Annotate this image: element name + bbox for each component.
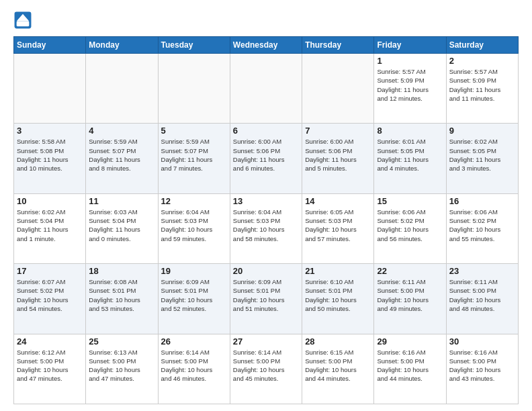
day-number: 9 bbox=[449, 126, 515, 136]
calendar-cell bbox=[230, 54, 302, 124]
day-info: Sunrise: 6:16 AM Sunset: 5:00 PM Dayligh… bbox=[449, 348, 515, 383]
calendar-cell: 29Sunrise: 6:16 AM Sunset: 5:00 PM Dayli… bbox=[374, 334, 446, 404]
calendar-cell bbox=[14, 54, 86, 124]
calendar-cell: 3Sunrise: 5:58 AM Sunset: 5:08 PM Daylig… bbox=[14, 124, 86, 193]
calendar-cell: 16Sunrise: 6:06 AM Sunset: 5:02 PM Dayli… bbox=[446, 193, 518, 263]
day-info: Sunrise: 6:07 AM Sunset: 5:02 PM Dayligh… bbox=[17, 277, 83, 313]
day-number: 28 bbox=[305, 336, 371, 347]
calendar-cell: 20Sunrise: 6:09 AM Sunset: 5:01 PM Dayli… bbox=[230, 264, 302, 334]
calendar-week-row: 24Sunrise: 6:12 AM Sunset: 5:00 PM Dayli… bbox=[14, 334, 519, 404]
day-info: Sunrise: 6:06 AM Sunset: 5:02 PM Dayligh… bbox=[449, 208, 515, 243]
day-info: Sunrise: 5:57 AM Sunset: 5:09 PM Dayligh… bbox=[377, 67, 443, 103]
calendar-cell: 19Sunrise: 6:09 AM Sunset: 5:01 PM Dayli… bbox=[158, 264, 230, 334]
svg-rect-2 bbox=[17, 21, 30, 27]
day-number: 10 bbox=[17, 196, 83, 206]
page: SundayMondayTuesdayWednesdayThursdayFrid… bbox=[0, 0, 532, 411]
calendar-cell: 27Sunrise: 6:14 AM Sunset: 5:00 PM Dayli… bbox=[230, 334, 302, 404]
day-number: 12 bbox=[161, 196, 227, 206]
day-number: 27 bbox=[233, 336, 299, 347]
calendar-week-row: 10Sunrise: 6:02 AM Sunset: 5:04 PM Dayli… bbox=[14, 193, 519, 263]
calendar-cell bbox=[86, 54, 158, 124]
calendar-cell: 25Sunrise: 6:13 AM Sunset: 5:00 PM Dayli… bbox=[86, 334, 158, 404]
day-number: 15 bbox=[377, 196, 443, 206]
calendar-week-row: 3Sunrise: 5:58 AM Sunset: 5:08 PM Daylig… bbox=[14, 124, 519, 193]
day-info: Sunrise: 5:59 AM Sunset: 5:07 PM Dayligh… bbox=[161, 137, 227, 173]
calendar-header-row: SundayMondayTuesdayWednesdayThursdayFrid… bbox=[14, 37, 519, 54]
calendar-cell: 5Sunrise: 5:59 AM Sunset: 5:07 PM Daylig… bbox=[158, 124, 230, 193]
day-info: Sunrise: 6:01 AM Sunset: 5:05 PM Dayligh… bbox=[377, 137, 443, 173]
day-info: Sunrise: 6:08 AM Sunset: 5:01 PM Dayligh… bbox=[89, 277, 154, 313]
day-info: Sunrise: 6:16 AM Sunset: 5:00 PM Dayligh… bbox=[377, 348, 443, 383]
day-info: Sunrise: 6:11 AM Sunset: 5:00 PM Dayligh… bbox=[449, 277, 515, 313]
day-number: 1 bbox=[377, 56, 443, 66]
day-number: 20 bbox=[233, 266, 299, 276]
day-info: Sunrise: 6:04 AM Sunset: 5:03 PM Dayligh… bbox=[161, 208, 227, 243]
calendar-cell: 12Sunrise: 6:04 AM Sunset: 5:03 PM Dayli… bbox=[158, 193, 230, 263]
day-info: Sunrise: 6:00 AM Sunset: 5:06 PM Dayligh… bbox=[305, 137, 371, 173]
calendar-cell: 21Sunrise: 6:10 AM Sunset: 5:01 PM Dayli… bbox=[302, 264, 374, 334]
calendar-cell: 22Sunrise: 6:11 AM Sunset: 5:00 PM Dayli… bbox=[374, 264, 446, 334]
day-info: Sunrise: 6:13 AM Sunset: 5:00 PM Dayligh… bbox=[89, 348, 154, 383]
day-info: Sunrise: 6:11 AM Sunset: 5:00 PM Dayligh… bbox=[377, 277, 443, 313]
day-number: 16 bbox=[449, 196, 515, 206]
day-number: 7 bbox=[305, 126, 371, 136]
calendar-cell: 13Sunrise: 6:04 AM Sunset: 5:03 PM Dayli… bbox=[230, 193, 302, 263]
weekday-header: Sunday bbox=[14, 37, 86, 54]
day-info: Sunrise: 5:58 AM Sunset: 5:08 PM Dayligh… bbox=[17, 137, 83, 173]
day-number: 2 bbox=[449, 56, 515, 66]
day-number: 19 bbox=[161, 266, 227, 276]
day-number: 21 bbox=[305, 266, 371, 276]
day-number: 26 bbox=[161, 336, 227, 347]
calendar-cell: 18Sunrise: 6:08 AM Sunset: 5:01 PM Dayli… bbox=[86, 264, 158, 334]
day-info: Sunrise: 6:09 AM Sunset: 5:01 PM Dayligh… bbox=[161, 277, 227, 313]
day-number: 5 bbox=[161, 126, 227, 136]
weekday-header: Thursday bbox=[302, 37, 374, 54]
day-info: Sunrise: 6:09 AM Sunset: 5:01 PM Dayligh… bbox=[233, 277, 299, 313]
calendar-cell bbox=[158, 54, 230, 124]
calendar-cell: 26Sunrise: 6:14 AM Sunset: 5:00 PM Dayli… bbox=[158, 334, 230, 404]
calendar-week-row: 17Sunrise: 6:07 AM Sunset: 5:02 PM Dayli… bbox=[14, 264, 519, 334]
day-info: Sunrise: 6:04 AM Sunset: 5:03 PM Dayligh… bbox=[233, 208, 299, 243]
day-number: 11 bbox=[89, 196, 154, 206]
header bbox=[13, 11, 519, 30]
day-number: 24 bbox=[17, 336, 83, 347]
calendar-cell: 1Sunrise: 5:57 AM Sunset: 5:09 PM Daylig… bbox=[374, 54, 446, 124]
weekday-header: Tuesday bbox=[158, 37, 230, 54]
calendar-cell: 23Sunrise: 6:11 AM Sunset: 5:00 PM Dayli… bbox=[446, 264, 518, 334]
day-number: 23 bbox=[449, 266, 515, 276]
logo-icon bbox=[13, 11, 32, 30]
weekday-header: Monday bbox=[86, 37, 158, 54]
calendar-cell: 9Sunrise: 6:02 AM Sunset: 5:05 PM Daylig… bbox=[446, 124, 518, 193]
day-number: 8 bbox=[377, 126, 443, 136]
calendar-cell: 6Sunrise: 6:00 AM Sunset: 5:06 PM Daylig… bbox=[230, 124, 302, 193]
calendar-cell: 10Sunrise: 6:02 AM Sunset: 5:04 PM Dayli… bbox=[14, 193, 86, 263]
calendar-cell: 30Sunrise: 6:16 AM Sunset: 5:00 PM Dayli… bbox=[446, 334, 518, 404]
day-number: 30 bbox=[449, 336, 515, 347]
weekday-header: Saturday bbox=[446, 37, 518, 54]
day-number: 17 bbox=[17, 266, 83, 276]
weekday-header: Wednesday bbox=[230, 37, 302, 54]
calendar-cell: 7Sunrise: 6:00 AM Sunset: 5:06 PM Daylig… bbox=[302, 124, 374, 193]
day-info: Sunrise: 6:02 AM Sunset: 5:05 PM Dayligh… bbox=[449, 137, 515, 173]
calendar-table: SundayMondayTuesdayWednesdayThursdayFrid… bbox=[13, 36, 519, 404]
calendar-cell: 8Sunrise: 6:01 AM Sunset: 5:05 PM Daylig… bbox=[374, 124, 446, 193]
day-info: Sunrise: 5:57 AM Sunset: 5:09 PM Dayligh… bbox=[449, 67, 515, 103]
day-info: Sunrise: 6:14 AM Sunset: 5:00 PM Dayligh… bbox=[161, 348, 227, 383]
day-number: 25 bbox=[89, 336, 154, 347]
day-number: 4 bbox=[89, 126, 154, 136]
day-info: Sunrise: 5:59 AM Sunset: 5:07 PM Dayligh… bbox=[89, 137, 154, 173]
day-info: Sunrise: 6:06 AM Sunset: 5:02 PM Dayligh… bbox=[377, 208, 443, 243]
calendar-week-row: 1Sunrise: 5:57 AM Sunset: 5:09 PM Daylig… bbox=[14, 54, 519, 124]
day-number: 18 bbox=[89, 266, 154, 276]
calendar-cell: 28Sunrise: 6:15 AM Sunset: 5:00 PM Dayli… bbox=[302, 334, 374, 404]
weekday-header: Friday bbox=[374, 37, 446, 54]
calendar-cell bbox=[302, 54, 374, 124]
calendar-cell: 17Sunrise: 6:07 AM Sunset: 5:02 PM Dayli… bbox=[14, 264, 86, 334]
calendar-cell: 2Sunrise: 5:57 AM Sunset: 5:09 PM Daylig… bbox=[446, 54, 518, 124]
day-info: Sunrise: 6:10 AM Sunset: 5:01 PM Dayligh… bbox=[305, 277, 371, 313]
calendar-cell: 24Sunrise: 6:12 AM Sunset: 5:00 PM Dayli… bbox=[14, 334, 86, 404]
calendar-cell: 4Sunrise: 5:59 AM Sunset: 5:07 PM Daylig… bbox=[86, 124, 158, 193]
day-number: 29 bbox=[377, 336, 443, 347]
day-info: Sunrise: 6:14 AM Sunset: 5:00 PM Dayligh… bbox=[233, 348, 299, 383]
day-number: 13 bbox=[233, 196, 299, 206]
